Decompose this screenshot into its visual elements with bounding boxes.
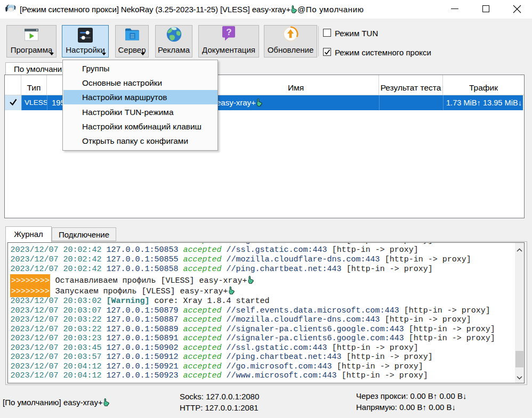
svg-text:?: ? [226, 27, 231, 37]
